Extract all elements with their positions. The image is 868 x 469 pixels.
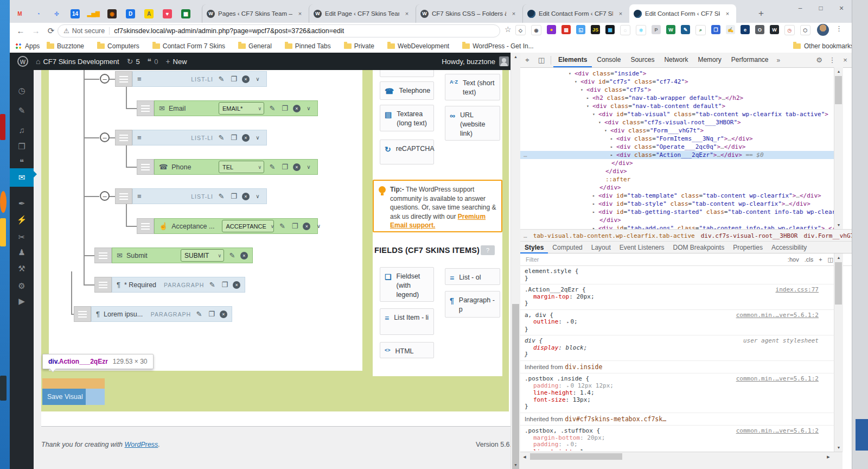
tree-expand-icon[interactable]: ▾ (592, 110, 598, 118)
form-row-list-li[interactable]: ≡LIST-LI✎❐×∨ (132, 188, 267, 204)
css-declaration[interactable]: padding: ▸0; (525, 441, 839, 449)
pinned-tab-blue-flower-app[interactable]: ✣ (48, 4, 66, 23)
styles-toggle-[interactable]: + (819, 256, 822, 263)
tree-expand-icon[interactable]: ▾ (580, 86, 586, 94)
duplicate-icon[interactable]: ❐ (220, 281, 229, 289)
bookmark-folder[interactable]: General (238, 42, 272, 50)
drag-handle[interactable] (74, 306, 91, 322)
tree-node[interactable]: ▾<div id="cf7s" class="cf7-42"> (520, 78, 843, 86)
delete-icon[interactable]: × (233, 281, 240, 289)
admin-bar-updates[interactable]: ↻ 5 (127, 57, 140, 66)
expand-shorthand-icon[interactable]: ▸ (567, 384, 570, 389)
tree-node[interactable]: ▸<div class="Operate___2qc0q">…</div> (520, 143, 843, 151)
breadcrumb-item[interactable]: div.Form__vhG7t (803, 232, 852, 239)
styles-toggle-hov[interactable]: :hov (788, 256, 799, 263)
tree-node[interactable]: ▸<div id="tab-template" class="tab-conte… (520, 192, 843, 200)
breadcrumb-more-icon[interactable]: … (524, 232, 527, 239)
devtools-tab-console[interactable]: Console (592, 53, 626, 67)
edit-icon[interactable]: ✎ (268, 104, 277, 112)
edit-icon[interactable]: ✎ (195, 310, 203, 318)
window-minimize-button[interactable]: – (790, 0, 810, 16)
inherited-node-link[interactable]: div#cf7skins-metabox.cf7sk… (565, 415, 666, 423)
devtools-close-icon[interactable]: × (839, 56, 852, 64)
form-row-list-li[interactable]: ≡LIST-LI✎❐×∨ (132, 71, 267, 87)
scrollbar-thumb[interactable] (835, 76, 842, 104)
sidebar-item-appearance[interactable]: ✒ (10, 194, 34, 213)
duplicate-icon[interactable]: ❐ (229, 134, 238, 142)
tab-close-icon[interactable]: × (723, 9, 732, 18)
edit-icon[interactable]: ✎ (217, 75, 226, 83)
selection-frame-ext-icon[interactable]: ⌕ (695, 25, 706, 35)
pinned-tab-heart-app[interactable]: ♥ (158, 4, 177, 23)
tab-close-icon[interactable]: × (616, 9, 625, 18)
devtools-tab-memory[interactable]: Memory (693, 53, 726, 67)
tab-close-icon[interactable]: × (509, 9, 518, 18)
css-declaration[interactable]: display: block; (525, 345, 839, 352)
color-circle-ext-icon[interactable]: ● (547, 25, 556, 34)
form-row--required[interactable]: ¶* RequiredPARAGRAPH✎❐× (112, 277, 245, 293)
stylesheet-link[interactable]: index.css:77 (776, 287, 839, 294)
orbit-ext-icon[interactable]: ◌ (620, 25, 630, 35)
tree-node[interactable]: ▾<div class="inside"> (520, 69, 843, 78)
edit-icon[interactable]: ✎ (228, 251, 237, 259)
tree-node[interactable]: ▾<div class="cf7s-visual-root___3HBOR"> (520, 118, 843, 126)
device-toolbar-icon[interactable]: ◫ (534, 56, 548, 64)
form-row-phone[interactable]: ☎PhoneTEL∨✎❐×∨ (154, 159, 318, 175)
tree-node[interactable]: ▾<div class="cf7s"> (520, 86, 843, 94)
drag-handle[interactable] (137, 218, 154, 234)
tree-node[interactable]: </div> (520, 167, 843, 175)
styles-filter-input[interactable] (525, 256, 690, 263)
notes-ext-icon[interactable]: ✍ (726, 25, 735, 34)
scroll-right-icon[interactable]: ▶ (824, 453, 833, 461)
edit-icon[interactable]: ✎ (278, 222, 286, 230)
chevron-down-icon[interactable]: ∨ (253, 135, 262, 141)
styles-toggle-[interactable]: ◫ (828, 256, 833, 263)
bookmark-folder[interactable]: WordPress - Get In... (462, 42, 533, 50)
stylesheet-link[interactable]: common.min.…ver=5.6.1:2 (736, 376, 839, 383)
profile-avatar[interactable] (817, 24, 829, 36)
help-button[interactable]: ? (481, 245, 495, 255)
palette-card-textarea-long-text-[interactable]: ▤Textarea (long text) (380, 105, 434, 131)
scroll-up-icon[interactable]: ▲ (511, 53, 520, 61)
sidebar-item-tools[interactable]: ⚒ (10, 259, 34, 278)
palette-card-html[interactable]: <>HTML (380, 342, 434, 358)
save-visual-button[interactable]: Save Visual (42, 389, 86, 405)
bookmark-folder[interactable]: Contact Form 7 Skins (152, 42, 225, 50)
tree-expand-icon[interactable]: ▾ (604, 126, 610, 135)
admin-bar-site-link[interactable]: ⌂ CF7 Skins Development (36, 57, 119, 66)
chevron-down-icon[interactable]: ∨ (253, 76, 262, 82)
bookmark-star-icon[interactable]: ☆ (505, 25, 512, 34)
chevron-down-icon[interactable]: ∨ (314, 223, 323, 229)
bookmark-folder[interactable]: Private (344, 42, 374, 50)
scroll-up-icon[interactable]: ▲ (834, 253, 843, 262)
wp-green-ext-icon[interactable]: W (666, 25, 675, 34)
tree-collapse-icon[interactable]: ▸ (592, 200, 598, 208)
devtools-settings-icon[interactable]: ⚙ (813, 56, 826, 64)
pinned-tab-calendar[interactable]: 14 (66, 4, 85, 23)
sidebar-item-users[interactable]: ♟ (10, 243, 34, 262)
bookmark-folder[interactable]: Pinned Tabs (285, 42, 331, 50)
tab-close-icon[interactable]: × (403, 9, 411, 18)
browser-tab-1[interactable]: WPages ‹ CF7 Skins Team — Wo× (202, 4, 309, 23)
devtools-tab-elements[interactable]: Elements (553, 53, 592, 67)
stylesheet-link[interactable]: user agent stylesheet (743, 338, 839, 345)
devtools-bottom-scrollbar[interactable]: ◀ ▶ (520, 452, 843, 469)
type-select[interactable]: SUBMIT∨ (181, 249, 224, 262)
delete-icon[interactable]: × (293, 105, 301, 112)
drag-handle[interactable] (115, 130, 132, 145)
wordpress-link[interactable]: WordPress (125, 441, 158, 448)
drag-handle[interactable] (137, 159, 154, 175)
bookmark-folder[interactable]: WebDevelopment (387, 42, 449, 50)
palette-card-list-ol[interactable]: ≡List - ol (445, 268, 500, 285)
tree-collapse-icon[interactable]: ▸ (586, 94, 592, 102)
styles-tab-properties[interactable]: Properties (729, 242, 767, 253)
back-button[interactable]: ← (14, 24, 27, 37)
styles-tab-computed[interactable]: Computed (548, 242, 586, 253)
drag-handle[interactable] (137, 100, 154, 116)
tree-expand-icon[interactable]: ▾ (586, 102, 592, 110)
drag-handle[interactable] (115, 71, 132, 87)
tree-node[interactable]: ▾<div class="Form___vhG7t"> (520, 126, 843, 135)
browser-tab-2[interactable]: WEdit Page ‹ CF7 Skins Team —× (309, 4, 416, 23)
drag-handle[interactable] (115, 188, 132, 204)
window-maximize-button[interactable]: □ (810, 0, 831, 16)
